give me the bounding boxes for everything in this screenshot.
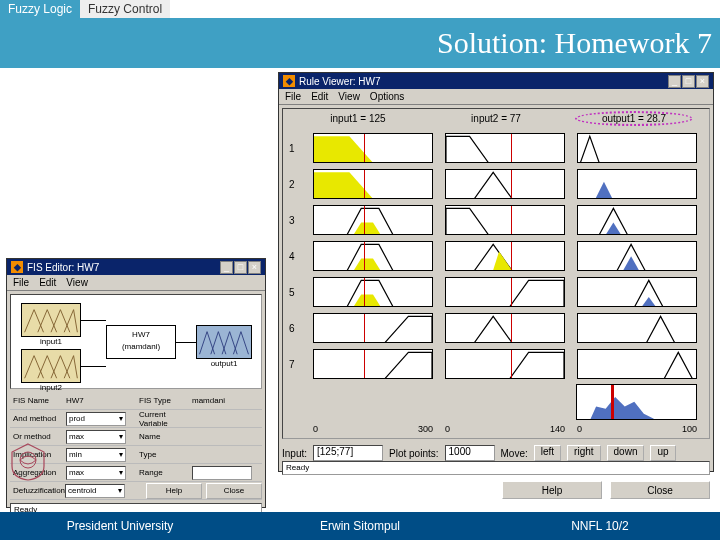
tab-fuzzy-control[interactable]: Fuzzy Control — [80, 0, 170, 18]
rule-row: 5 — [289, 274, 703, 310]
rv-input1-header: input1 = 125 — [289, 113, 427, 124]
menu-edit[interactable]: Edit — [311, 91, 328, 102]
highlight-oval-icon — [575, 111, 693, 126]
chevron-down-icon: ▾ — [118, 486, 122, 495]
implication-select[interactable]: min▾ — [66, 448, 126, 462]
prop-label: Range — [136, 468, 192, 477]
input-field[interactable]: [125;77] — [313, 445, 383, 461]
prop-label: FIS Name — [10, 396, 66, 405]
help-button[interactable]: Help — [146, 483, 202, 499]
slide-footer: President University Erwin Sitompul NNFL… — [0, 512, 720, 540]
chevron-down-icon: ▾ — [119, 450, 123, 459]
aggregate-output-cell — [576, 384, 697, 420]
page-title: Solution: Homework 7 — [437, 26, 712, 60]
aggregation-select[interactable]: max▾ — [66, 466, 126, 480]
fis-output-node[interactable]: output1 — [196, 325, 252, 359]
university-logo-icon — [10, 442, 46, 482]
rule-row: 1 — [289, 130, 703, 166]
slide-title-bar: Solution: Homework 7 — [0, 18, 720, 68]
fis-properties: FIS Name HW7 FIS Type mamdani And method… — [10, 392, 262, 500]
fis-input1-node[interactable]: input1 — [21, 303, 81, 337]
defuzz-select[interactable]: centroid▾ — [65, 484, 125, 498]
rv-titlebar[interactable]: ◆ Rule Viewer: HW7 _ □ × — [279, 73, 713, 89]
move-left-button[interactable]: left — [534, 445, 561, 461]
footer-author: Erwin Sitompul — [240, 512, 480, 540]
slide-body: ◆ FIS Editor: HW7 _ □ × File Edit View i… — [0, 68, 720, 514]
prop-value: HW7 — [66, 396, 136, 405]
rule-number: 6 — [289, 323, 307, 334]
rv-status: Ready — [282, 461, 710, 475]
move-up-button[interactable]: up — [650, 445, 675, 461]
footer-university: President University — [0, 512, 240, 540]
minimize-icon[interactable]: _ — [220, 261, 233, 274]
svg-point-0 — [20, 452, 36, 468]
range-input[interactable] — [192, 466, 252, 480]
and-method-select[interactable]: prod▾ — [66, 412, 126, 426]
rv-controls: Input: [125;77] Plot points: 1000 Move: … — [282, 445, 710, 461]
fis-diagram[interactable]: input1 input2 HW7 (mamdani) output1 — [10, 294, 262, 389]
prop-label: FIS Type — [136, 396, 192, 405]
rule-number: 4 — [289, 251, 307, 262]
rule-row: 2 — [289, 166, 703, 202]
move-right-button[interactable]: right — [567, 445, 600, 461]
or-method-select[interactable]: max▾ — [66, 430, 126, 444]
menu-options[interactable]: Options — [370, 91, 404, 102]
menu-file[interactable]: File — [13, 277, 29, 288]
rule-number: 5 — [289, 287, 307, 298]
rv-menubar[interactable]: File Edit View Options — [279, 89, 713, 105]
close-button[interactable]: Close — [610, 481, 710, 499]
rule-row: 6 — [289, 310, 703, 346]
move-down-button[interactable]: down — [607, 445, 645, 461]
maximize-icon[interactable]: □ — [682, 75, 695, 88]
rule-number: 1 — [289, 143, 307, 154]
minimize-icon[interactable]: _ — [668, 75, 681, 88]
footer-page: NNFL 10/2 — [480, 512, 720, 540]
close-icon[interactable]: × — [248, 261, 261, 274]
matlab-icon: ◆ — [11, 261, 23, 273]
move-label: Move: — [501, 448, 528, 459]
fis-menubar[interactable]: File Edit View — [7, 275, 265, 291]
close-icon[interactable]: × — [696, 75, 709, 88]
fis-input2-label: input2 — [22, 383, 80, 392]
prop-label: Or method — [10, 432, 66, 441]
maximize-icon[interactable]: □ — [234, 261, 247, 274]
rv-rule-grid[interactable]: 1 2 3 4 — [289, 130, 703, 434]
plot-points-label: Plot points: — [389, 448, 438, 459]
fis-rule-node[interactable]: HW7 (mamdani) — [106, 325, 176, 359]
fis-rule-type: (mamdani) — [107, 342, 175, 351]
menu-edit[interactable]: Edit — [39, 277, 56, 288]
matlab-icon: ◆ — [283, 75, 295, 87]
close-button[interactable]: Close — [206, 483, 262, 499]
rule-row: 4 — [289, 238, 703, 274]
plot-points-field[interactable]: 1000 — [445, 445, 495, 461]
rv-axis-labels: 0300 0140 0100 — [289, 424, 703, 434]
prop-value: mamdani — [192, 396, 262, 405]
rule-row: 3 — [289, 202, 703, 238]
rule-viewer-window: ◆ Rule Viewer: HW7 _ □ × File Edit View … — [278, 72, 714, 472]
rule-number: 7 — [289, 359, 307, 370]
prop-label: And method — [10, 414, 66, 423]
menu-file[interactable]: File — [285, 91, 301, 102]
help-button[interactable]: Help — [502, 481, 602, 499]
prop-label: Type — [136, 450, 192, 459]
prop-label: Current Variable — [136, 410, 192, 428]
rule-number: 2 — [289, 179, 307, 190]
menu-view[interactable]: View — [338, 91, 360, 102]
rule-number: 3 — [289, 215, 307, 226]
fis-titlebar[interactable]: ◆ FIS Editor: HW7 _ □ × — [7, 259, 265, 275]
rule-row: 7 — [289, 346, 703, 382]
rv-input2-header: input2 = 77 — [427, 113, 565, 124]
fis-output-label: output1 — [197, 359, 251, 368]
chevron-down-icon: ▾ — [119, 414, 123, 423]
prop-label: Name — [136, 432, 192, 441]
fis-rule-name: HW7 — [107, 330, 175, 339]
tab-fuzzy-logic[interactable]: Fuzzy Logic — [0, 0, 80, 18]
menu-view[interactable]: View — [66, 277, 88, 288]
rv-output-header: output1 = 28.7 — [565, 113, 703, 124]
breadcrumb-tabs: Fuzzy Logic Fuzzy Control — [0, 0, 720, 18]
fis-input2-node[interactable]: input2 — [21, 349, 81, 383]
chevron-down-icon: ▾ — [119, 432, 123, 441]
chevron-down-icon: ▾ — [119, 468, 123, 477]
input-label: Input: — [282, 448, 307, 459]
prop-label: Defuzzification — [10, 486, 65, 495]
